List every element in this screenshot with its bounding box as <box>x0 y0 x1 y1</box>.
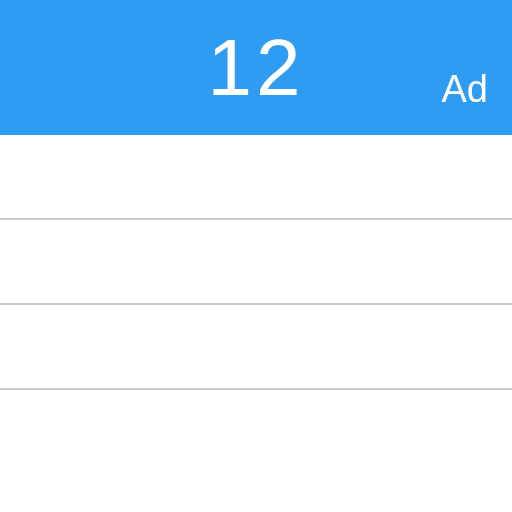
ad-label[interactable]: Ad <box>442 68 488 111</box>
list-item[interactable] <box>0 305 512 390</box>
list-item[interactable] <box>0 220 512 305</box>
list-container <box>0 135 512 390</box>
header-bar: 12 Ad <box>0 0 512 135</box>
page-title: 12 <box>208 22 305 114</box>
list-item[interactable] <box>0 135 512 220</box>
